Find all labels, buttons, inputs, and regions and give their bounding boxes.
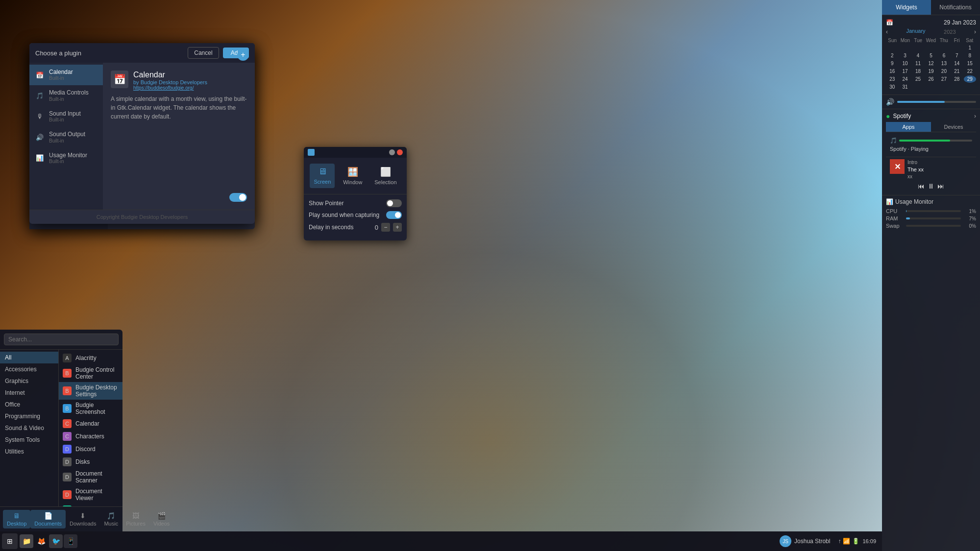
plugin-enable-toggle[interactable] <box>229 193 247 202</box>
sc-close-btn[interactable] <box>397 149 403 155</box>
menu-app-item[interactable]: CCalendar <box>59 417 122 430</box>
cal-day[interactable]: 29 <box>964 75 976 83</box>
cancel-button[interactable]: Cancel <box>188 47 219 59</box>
cat-all[interactable]: All <box>0 352 58 363</box>
cal-day[interactable]: 30 <box>886 83 898 91</box>
show-pointer-toggle[interactable] <box>386 199 402 207</box>
taskbar-start-button[interactable]: ⊞ <box>2 533 18 549</box>
cat-utilities[interactable]: Utilities <box>0 446 58 457</box>
cal-day[interactable]: 9 <box>886 60 898 67</box>
footer-music[interactable]: 🎵 Music <box>100 510 122 528</box>
menu-app-item[interactable]: BBudgie Screenshot <box>59 400 122 417</box>
footer-downloads[interactable]: ⬇ Downloads <box>66 510 100 528</box>
prev-button[interactable]: ⏮ <box>918 182 925 190</box>
cal-day[interactable]: 31 <box>899 83 911 91</box>
taskbar-icon-extra1[interactable]: 📱 <box>64 534 77 548</box>
cal-day[interactable]: 19 <box>925 68 937 75</box>
sc-mode-window[interactable]: 🪟 Window <box>339 164 366 188</box>
cal-day[interactable]: 20 <box>938 68 950 75</box>
cat-graphics[interactable]: Graphics <box>0 375 58 387</box>
menu-app-item[interactable]: CCharacters <box>59 430 122 443</box>
cal-day[interactable]: 21 <box>951 68 963 75</box>
sc-minimize-btn[interactable] <box>389 149 395 155</box>
plugin-chooser-header: Choose a plugin Cancel Add <box>29 43 255 63</box>
plugin-sound-output[interactable]: 🔊 Sound Output Built-in <box>29 127 103 147</box>
sc-mode-selection[interactable]: ⬜ Selection <box>370 164 400 188</box>
footer-desktop[interactable]: 🖥 Desktop <box>3 510 30 528</box>
cal-day[interactable]: 12 <box>925 60 937 67</box>
tab-notifications[interactable]: Notifications <box>931 0 980 15</box>
cal-day[interactable]: 15 <box>964 60 976 67</box>
cal-day[interactable]: 5 <box>925 52 937 59</box>
cat-office[interactable]: Office <box>0 399 58 410</box>
search-input[interactable] <box>4 334 119 345</box>
plugin-detail-desc: A simple calendar with a month view, usi… <box>111 95 247 121</box>
tab-widgets[interactable]: Widgets <box>882 0 931 15</box>
delay-increase-btn[interactable]: + <box>393 223 402 232</box>
cal-day[interactable]: 17 <box>899 68 911 75</box>
cal-day[interactable]: 7 <box>951 52 963 59</box>
menu-app-item[interactable]: AAlacritty <box>59 352 122 364</box>
cal-day[interactable]: 10 <box>899 60 911 67</box>
plugin-usage-monitor[interactable]: 📊 Usage Monitor Built-in <box>29 148 103 168</box>
footer-videos[interactable]: 🎬 Videos <box>149 510 173 528</box>
plugin-detail-url[interactable]: https://buddiesofbudgie.org/ <box>133 85 207 91</box>
now-playing: ✕ Intro The xx xx <box>886 157 976 182</box>
menu-app-item[interactable]: DDisks <box>59 455 122 468</box>
volume-slider[interactable] <box>897 101 976 103</box>
cal-day[interactable]: 3 <box>899 52 911 59</box>
cat-programming[interactable]: Programming <box>0 410 58 422</box>
cal-day[interactable]: 13 <box>938 60 950 67</box>
sc-mode-screen[interactable]: 🖥 Screen <box>310 164 335 188</box>
taskbar-icon-budgie[interactable]: 🐦 <box>49 534 63 548</box>
cal-day[interactable]: 11 <box>912 60 924 67</box>
playback-vol-slider[interactable] <box>899 140 972 142</box>
cal-day[interactable]: 26 <box>925 75 937 83</box>
spotify-expand[interactable]: › <box>974 113 976 120</box>
cal-day[interactable]: 25 <box>912 75 924 83</box>
pause-button[interactable]: ⏸ <box>928 182 934 190</box>
cal-day[interactable]: 28 <box>951 75 963 83</box>
tab-apps[interactable]: Apps <box>886 122 931 132</box>
cal-day[interactable]: 8 <box>964 52 976 59</box>
menu-app-item[interactable]: BBudgie Desktop Settings <box>59 382 122 400</box>
app-icon: C <box>63 432 72 441</box>
next-button[interactable]: ⏭ <box>937 182 944 190</box>
cat-sound-video[interactable]: Sound & Video <box>0 422 58 434</box>
ram-bar <box>906 217 961 219</box>
calendar-next[interactable]: › <box>974 28 976 35</box>
cal-day[interactable]: 24 <box>899 75 911 83</box>
plugin-sound-input[interactable]: 🎙 Sound Input Built-in <box>29 106 103 127</box>
cal-day[interactable]: 2 <box>886 52 898 59</box>
cal-day[interactable]: 1 <box>964 44 976 51</box>
cal-day[interactable]: 14 <box>951 60 963 67</box>
cal-day[interactable]: 6 <box>938 52 950 59</box>
cat-internet[interactable]: Internet <box>0 387 58 399</box>
menu-app-item[interactable]: BBudgie Control Center <box>59 364 122 382</box>
cal-day[interactable]: 22 <box>964 68 976 75</box>
taskbar-icon-firefox[interactable]: 🦊 <box>34 534 48 548</box>
delay-label: Delay in seconds <box>309 224 353 231</box>
cal-day[interactable]: 18 <box>912 68 924 75</box>
tab-devices[interactable]: Devices <box>931 122 976 132</box>
menu-app-item[interactable]: DDocument Viewer <box>59 486 122 503</box>
cat-accessories[interactable]: Accessories <box>0 363 58 375</box>
delay-decrease-btn[interactable]: − <box>381 223 390 232</box>
cal-day[interactable]: 27 <box>938 75 950 83</box>
footer-pictures[interactable]: 🖼 Pictures <box>122 510 149 528</box>
calendar-prev[interactable]: ‹ <box>886 28 888 35</box>
cal-day[interactable]: 23 <box>886 75 898 83</box>
cal-day[interactable]: 4 <box>912 52 924 59</box>
play-sound-toggle[interactable] <box>386 211 402 219</box>
cat-system-tools[interactable]: System Tools <box>0 434 58 446</box>
footer-documents[interactable]: 📄 Documents <box>30 510 66 528</box>
cal-day[interactable]: 16 <box>886 68 898 75</box>
menu-app-item[interactable]: DDiscord <box>59 443 122 455</box>
menu-app-item[interactable]: DDocument Scanner <box>59 468 122 486</box>
footer-pictures-label: Pictures <box>126 521 146 527</box>
plugin-calendar[interactable]: 📅 Calendar Built-in <box>29 65 103 85</box>
plugin-media-controls[interactable]: 🎵 Media Controls Built-in <box>29 85 103 106</box>
usage-monitor-plugin-info: Usage Monitor Built-in <box>49 152 87 165</box>
taskbar-icon-files[interactable]: 📁 <box>20 534 33 548</box>
plugin-add-floating-btn[interactable]: + <box>237 49 249 61</box>
